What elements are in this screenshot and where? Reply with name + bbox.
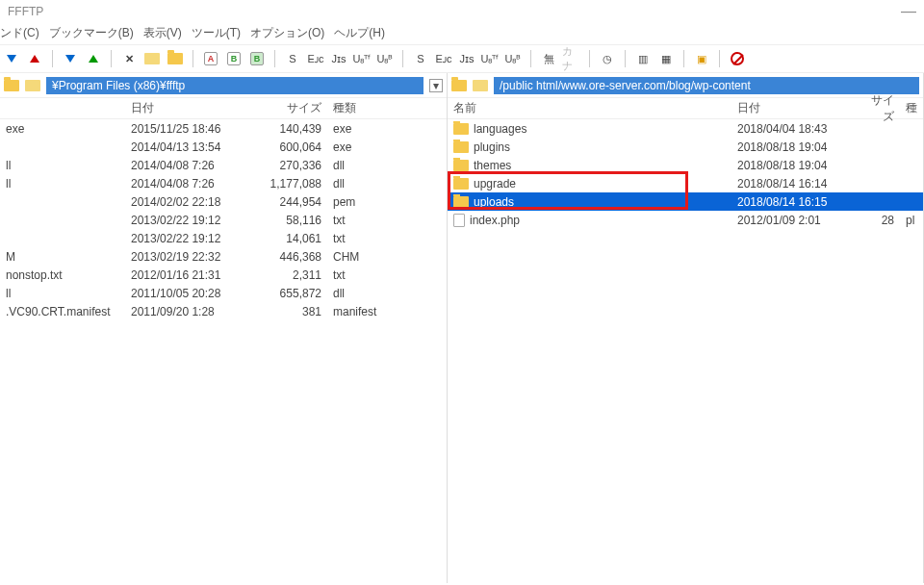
- header-name[interactable]: [0, 107, 125, 111]
- file-icon: [453, 214, 465, 227]
- remote-pane: /public html/www.ore-server.com/blog/wp-…: [448, 73, 924, 583]
- file-row[interactable]: plugins2018/08/18 19:04: [448, 138, 923, 156]
- file-row[interactable]: ll2014/04/08 7:261,177,088dll: [0, 174, 447, 192]
- clock-icon[interactable]: ◷: [598, 49, 617, 68]
- enc-s-button[interactable]: S: [283, 49, 302, 68]
- header-name[interactable]: 名前: [448, 98, 732, 118]
- opt-kana-button[interactable]: カナ: [562, 49, 581, 68]
- title-bar: FFFTP —: [0, 0, 924, 23]
- folder-up-icon[interactable]: [451, 80, 467, 91]
- header-date[interactable]: 日付: [732, 98, 857, 118]
- folder-icon: [453, 160, 469, 171]
- enc-euc-button[interactable]: Eᴊc: [306, 49, 325, 68]
- file-row[interactable]: nonstop.txt2012/01/16 21:312,311txt: [0, 266, 447, 284]
- mode-b-button[interactable]: B: [224, 49, 244, 68]
- path-dropdown-button[interactable]: ▾: [429, 79, 443, 92]
- download-icon[interactable]: [2, 49, 21, 68]
- upload2-icon[interactable]: [84, 49, 103, 68]
- header-kind[interactable]: 種類: [327, 98, 385, 118]
- file-row[interactable]: 2013/02/22 19:1258,116txt: [0, 211, 447, 229]
- folder-icon: [453, 178, 469, 190]
- menu-bar: ンド(C) ブックマーク(B) 表示(V) ツール(T) オプション(O) ヘル…: [0, 23, 924, 44]
- download2-icon[interactable]: [61, 49, 80, 68]
- folder-open-icon[interactable]: [473, 80, 488, 91]
- enc2-u8b-button[interactable]: U₈ᴮ: [503, 49, 523, 68]
- local-pane: ¥Program Files (x86)¥ffftp ▾ 日付 サイズ 種類 e…: [0, 73, 448, 583]
- folder-up-icon[interactable]: [4, 80, 19, 91]
- local-file-list[interactable]: exe2015/11/25 18:46140,439exe2014/04/13 …: [0, 119, 447, 583]
- enc-jis-button[interactable]: Jɪs: [329, 49, 348, 68]
- file-row[interactable]: ll2011/10/05 20:28655,872dll: [0, 284, 447, 302]
- detail-view-icon[interactable]: ▦: [656, 49, 676, 68]
- enc2-euc-button[interactable]: Eᴊc: [434, 49, 453, 68]
- menu-view[interactable]: 表示(V): [143, 25, 182, 42]
- file-row[interactable]: themes2018/08/18 19:04: [448, 156, 923, 174]
- file-row[interactable]: .VC90.CRT.manifest2011/09/20 1:28381mani…: [0, 302, 447, 320]
- file-row[interactable]: exe2015/11/25 18:46140,439exe: [0, 119, 447, 138]
- newfolder-icon[interactable]: [166, 49, 185, 68]
- delete-icon[interactable]: ✕: [119, 49, 139, 68]
- opt-mu-button[interactable]: 無: [539, 49, 558, 68]
- menu-tool[interactable]: ツール(T): [192, 25, 241, 42]
- file-row[interactable]: languages2018/04/04 18:43: [448, 119, 923, 138]
- enc2-utf-button[interactable]: U₈ᵀᶠ: [480, 49, 500, 68]
- app-title: FFFTP: [8, 5, 43, 18]
- file-row[interactable]: 2014/02/02 22:18244,954pem: [0, 192, 447, 211]
- menu-help[interactable]: ヘルプ(H): [334, 25, 385, 42]
- local-path-bar: ¥Program Files (x86)¥ffftp ▾: [0, 73, 447, 98]
- remote-path-input[interactable]: /public html/www.ore-server.com/blog/wp-…: [494, 77, 919, 94]
- file-row[interactable]: 2013/02/22 19:1214,061txt: [0, 229, 447, 247]
- mode-b2-button[interactable]: B: [247, 49, 267, 68]
- file-row[interactable]: uploads2018/08/14 16:15: [448, 192, 923, 211]
- file-row[interactable]: ll2014/04/08 7:26270,336dll: [0, 156, 447, 174]
- file-row[interactable]: index.php2012/01/09 2:0128pl: [448, 211, 923, 229]
- header-date[interactable]: 日付: [125, 98, 260, 118]
- folder-icon: [453, 123, 469, 135]
- enc2-s-button[interactable]: S: [411, 49, 430, 68]
- rename2-icon[interactable]: ▣: [692, 49, 711, 68]
- remote-headers: 名前 日付 サイズ 種: [448, 98, 923, 119]
- remote-path-bar: /public html/www.ore-server.com/blog/wp-…: [448, 73, 923, 98]
- rename-icon[interactable]: [142, 49, 162, 68]
- file-row[interactable]: M2013/02/19 22:32446,368CHM: [0, 247, 447, 266]
- minimize-button[interactable]: —: [901, 3, 916, 20]
- enc-u8b-button[interactable]: U₈ᴮ: [375, 49, 395, 68]
- local-path-input[interactable]: ¥Program Files (x86)¥ffftp: [46, 77, 424, 94]
- mode-a-button[interactable]: A: [201, 49, 220, 68]
- folder-open-icon[interactable]: [25, 80, 40, 91]
- file-row[interactable]: upgrade2018/08/14 16:14: [448, 174, 923, 192]
- folder-icon: [453, 141, 469, 153]
- menu-option[interactable]: オプション(O): [250, 25, 324, 42]
- toolbar: ✕ A B B S Eᴊc Jɪs U₈ᵀᶠ U₈ᴮ S Eᴊc Jɪs U₈ᵀ…: [0, 44, 924, 73]
- list-view-icon[interactable]: ▥: [633, 49, 653, 68]
- folder-icon: [453, 196, 469, 208]
- menu-command[interactable]: ンド(C): [0, 25, 39, 42]
- menu-bookmark[interactable]: ブックマーク(B): [49, 25, 134, 42]
- header-kind[interactable]: 種: [900, 98, 923, 118]
- upload-icon[interactable]: [25, 49, 44, 68]
- stop-icon[interactable]: [728, 49, 747, 68]
- enc-utf-button[interactable]: U₈ᵀᶠ: [352, 49, 372, 68]
- file-row[interactable]: 2014/04/13 13:54600,064exe: [0, 138, 447, 156]
- local-headers: 日付 サイズ 種類: [0, 98, 447, 119]
- enc2-jis-button[interactable]: Jɪs: [457, 49, 476, 68]
- header-size[interactable]: サイズ: [260, 98, 327, 118]
- remote-file-list[interactable]: languages2018/04/04 18:43plugins2018/08/…: [448, 119, 923, 583]
